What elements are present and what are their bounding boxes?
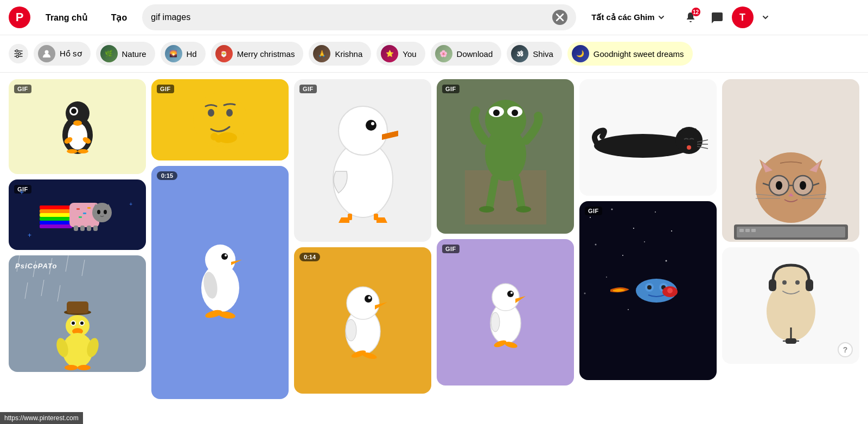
svg-point-117 [666,260,667,262]
account-chevron-button[interactable] [758,10,773,25]
pin-card[interactable]: GIF [9,79,146,174]
avatar[interactable]: T [732,7,754,28]
chip-download-label: Download [457,49,493,59]
chip-profile-icon [38,45,55,62]
star-decoration: + [129,201,132,207]
svg-rect-150 [751,229,756,232]
chip-download[interactable]: 🌸 Download [431,42,502,66]
svg-point-116 [644,241,645,242]
svg-rect-35 [74,226,78,231]
svg-point-17 [67,149,78,153]
chip-merry-christmas[interactable]: 🎅 Merry christmas [211,42,304,66]
chip-goodnight-avatar: 🌙 [572,45,589,62]
svg-point-152 [772,265,810,303]
svg-point-6 [18,53,21,55]
svg-rect-155 [769,279,776,291]
svg-point-115 [622,255,623,256]
messages-button[interactable] [706,7,727,28]
svg-rect-22 [40,217,72,221]
chip-you[interactable]: ⭐ You [376,42,425,66]
chip-hd-avatar: 🌄 [165,45,182,62]
chip-profile[interactable]: Hồ sơ [34,42,91,66]
filter-dropdown-label: Tất cả các Ghim [591,12,654,22]
chip-shiva-avatar: 🕉 [511,45,528,62]
pin-card[interactable] [579,79,717,196]
pin-card[interactable]: PsiCoPATo [9,255,146,372]
svg-point-129 [756,152,826,223]
svg-rect-36 [80,226,85,231]
pin-card[interactable]: ? [722,247,859,364]
svg-point-140 [800,181,806,190]
svg-point-99 [491,312,500,332]
pin-card[interactable]: 0:14 [294,247,431,394]
chip-shiva[interactable]: 🕉 Shiva [507,42,562,66]
header: P Trang chủ Tạo Tất cả các Ghim 12 [0,0,868,35]
svg-point-34 [104,210,107,214]
svg-rect-148 [739,229,744,232]
svg-point-94 [516,206,531,213]
time-badge: 0:15 [157,171,177,180]
duck-yellow-bg-illustration [336,272,390,369]
svg-point-124 [647,285,652,290]
chip-goodnight[interactable]: 🌙 Goodnight sweet dreams [567,42,693,66]
home-button[interactable]: Trang chủ [37,8,96,27]
chip-you-label: You [403,49,416,59]
chip-hd-label: Hd [187,49,197,59]
gif-badge: GIF [157,85,174,93]
chip-merry-christmas-label: Merry christmas [237,49,295,59]
search-input[interactable] [151,12,548,22]
svg-point-112 [633,228,634,229]
search-clear-button[interactable] [552,10,567,25]
svg-point-97 [507,291,514,297]
chip-krishna[interactable]: 🙏 Krishna [309,42,371,66]
svg-rect-29 [87,207,91,209]
svg-point-121 [628,309,629,310]
gif-badge: GIF [442,245,459,253]
svg-rect-20 [40,209,72,213]
pin-card[interactable]: GIF + + + [9,179,146,250]
chip-nature[interactable]: 🌿 Nature [96,42,155,66]
svg-point-74 [339,106,387,155]
svg-point-118 [606,277,607,278]
sliders-icon [14,49,23,59]
chip-krishna-label: Krishna [335,49,362,59]
pin-card[interactable]: GIF [437,239,574,386]
svg-point-7 [16,55,18,57]
pin-card[interactable]: GIF [151,79,289,160]
pinterest-logo[interactable]: P [9,7,30,28]
svg-point-96 [492,284,519,311]
pins-grid: GIF GIF + + + [0,73,868,406]
svg-point-14 [73,120,82,126]
pin-card[interactable]: 0:15 [151,166,289,399]
svg-point-18 [78,149,88,153]
svg-point-120 [584,293,586,294]
svg-rect-149 [745,229,750,232]
svg-point-75 [366,120,376,131]
notifications-button[interactable]: 12 [680,7,701,28]
chip-hd[interactable]: 🌄 Hd [161,42,206,66]
chip-goodnight-label: Goodnight sweet dreams [593,49,684,59]
notification-badge: 12 [692,8,700,16]
svg-point-98 [510,292,513,294]
pin-card[interactable] [722,79,859,242]
svg-point-153 [782,280,787,285]
black-cat-sleeping-illustration [589,116,708,159]
chip-krishna-avatar: 🙏 [313,45,330,62]
svg-rect-38 [93,226,98,231]
filter-settings-button[interactable] [9,44,28,63]
pin-card[interactable]: GIF [579,201,717,380]
svg-rect-28 [79,216,82,218]
filter-dropdown-button[interactable]: Tất cả các Ghim [583,7,673,28]
pin-card[interactable]: GIF [437,79,574,234]
character-headphones-illustration [756,260,826,352]
create-button[interactable]: Tạo [103,8,136,27]
svg-point-33 [97,210,100,214]
svg-point-110 [590,217,591,218]
pin-card[interactable]: GIF [294,79,431,242]
svg-point-92 [512,110,518,116]
svg-point-13 [71,108,76,114]
svg-point-119 [671,230,672,232]
kermit-illustration [465,89,546,224]
space-creature-illustration [610,274,686,307]
svg-line-41 [49,258,52,274]
